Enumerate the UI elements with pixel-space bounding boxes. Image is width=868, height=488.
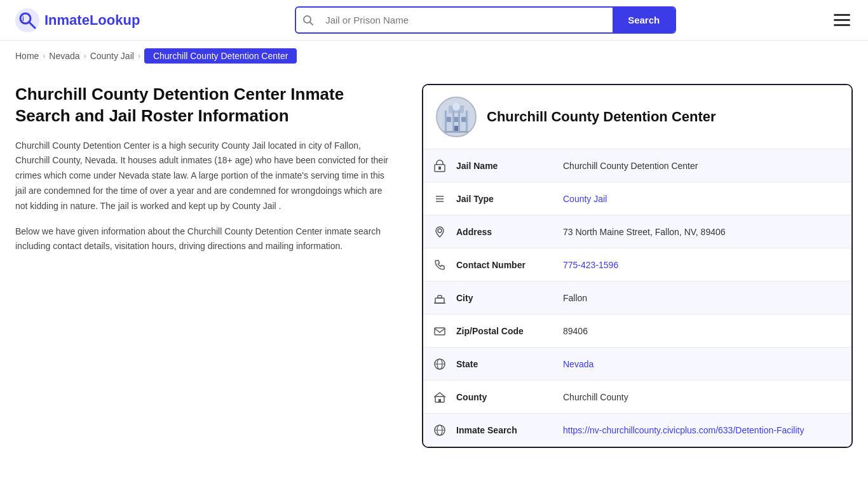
state-link[interactable]: Nevada [563,359,593,369]
search-input[interactable] [320,8,613,32]
row-value-city: Fallon [558,285,851,311]
row-value-county: Churchill County [558,384,851,410]
list-icon [423,193,456,205]
inmate-search-link[interactable]: https://nv-churchillcounty.civicplus.com… [563,425,804,435]
phone-link[interactable]: 775-423-1596 [563,260,618,270]
main-content: Churchill County Detention Center Inmate… [0,71,868,473]
logo-icon: i [15,8,39,32]
page-description-1: Churchill County Detention Center is a h… [15,139,397,214]
info-card: Churchill County Detention Center Jail N… [422,84,853,448]
right-panel: Churchill County Detention Center Jail N… [422,84,853,448]
row-value-jail-type: County Jail [558,186,851,212]
row-value-address: 73 North Maine Street, Fallon, NV, 89406 [558,219,851,245]
svg-rect-9 [446,117,451,122]
city-icon [423,292,456,304]
facility-avatar [436,97,477,137]
jail-icon [423,159,456,172]
breadcrumb-sep3: › [138,51,140,60]
hamburger-line1 [834,14,850,16]
building-svg [437,98,475,136]
row-value-contact: 775-423-1596 [558,252,851,278]
header: i InmateLookup Search [0,0,868,41]
table-row: Jail Type County Jail [423,182,851,215]
search-icon [302,15,314,26]
search-area: Search [295,6,676,34]
inmate-search-icon [423,424,456,437]
table-row: Jail Name Churchill County Detention Cen… [423,149,851,182]
jail-type-link[interactable]: County Jail [563,194,607,204]
svg-text:i: i [22,15,24,22]
svg-rect-17 [466,111,468,131]
mail-icon [423,325,456,337]
svg-point-23 [438,229,442,233]
table-row: City Fallon [423,281,851,315]
svg-point-8 [452,103,460,111]
svg-line-5 [310,22,313,25]
phone-icon [423,259,456,271]
search-wrapper: Search [295,6,676,34]
row-label-city: City [456,285,558,311]
svg-rect-26 [435,328,445,335]
breadcrumb-county-jail[interactable]: County Jail [90,51,134,61]
facility-name: Churchill County Detention Center [487,109,716,125]
row-label-address: Address [456,219,558,245]
page-description-2: Below we have given information about th… [15,224,397,255]
county-icon [423,391,456,403]
hamburger-menu[interactable] [831,11,853,29]
svg-rect-11 [461,117,466,122]
logo-link[interactable]: i InmateLookup [15,8,140,32]
table-row: State Nevada [423,348,851,381]
row-label-jail-name: Jail Name [456,153,558,179]
card-header: Churchill County Detention Center [423,85,851,149]
svg-rect-25 [438,295,442,298]
svg-rect-14 [445,111,447,131]
svg-rect-19 [438,166,441,170]
search-icon-wrap [296,10,320,31]
table-row: Contact Number 775-423-1596 [423,248,851,281]
svg-rect-10 [454,117,459,122]
table-row: Zip/Postal Code 89406 [423,315,851,348]
table-row: County Churchill County [423,381,851,414]
svg-rect-13 [440,131,473,133]
row-value-zip: 89406 [558,318,851,344]
pin-icon [423,226,456,238]
hamburger-line3 [834,24,850,26]
search-button[interactable]: Search [613,8,675,32]
row-label-inmate-search: Inmate Search [456,417,558,443]
row-value-inmate-search: https://nv-churchillcounty.civicplus.com… [558,417,851,443]
breadcrumb-sep1: › [43,51,45,60]
logo-text: InmateLookup [44,12,140,29]
info-table: Jail Name Churchill County Detention Cen… [423,149,851,447]
globe-icon [423,358,456,370]
row-value-jail-name: Churchill County Detention Center [558,153,851,179]
row-label-contact: Contact Number [456,252,558,278]
row-label-county: County [456,384,558,410]
svg-point-0 [15,8,39,32]
breadcrumb-home[interactable]: Home [15,51,39,61]
svg-rect-16 [458,111,460,131]
breadcrumb-nevada[interactable]: Nevada [49,51,79,61]
hamburger-line2 [834,19,850,21]
breadcrumb: Home › Nevada › County Jail › Churchill … [0,41,868,71]
row-label-state: State [456,351,558,377]
row-value-state: Nevada [558,351,851,377]
row-label-jail-type: Jail Type [456,186,558,212]
row-label-zip: Zip/Postal Code [456,318,558,344]
svg-rect-15 [452,111,454,131]
table-row: Inmate Search https://nv-churchillcounty… [423,414,851,447]
table-row: Address 73 North Maine Street, Fallon, N… [423,215,851,248]
left-panel: Churchill County Detention Center Inmate… [15,84,422,448]
svg-rect-31 [438,399,441,402]
page-title: Churchill County Detention Center Inmate… [15,84,397,127]
svg-rect-24 [435,298,444,303]
breadcrumb-current: Churchill County Detention Center [144,48,297,64]
breadcrumb-sep2: › [84,51,86,60]
